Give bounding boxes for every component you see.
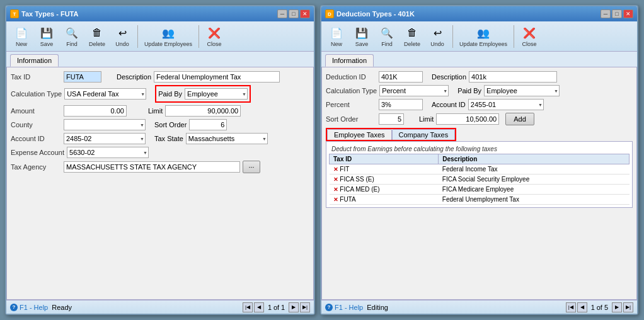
right-nav-controls: |◀ ◀ 1 of 5 ▶ ▶| — [566, 302, 633, 312]
checkbox-x[interactable]: ✕ — [333, 186, 338, 193]
percent-input[interactable] — [379, 99, 423, 110]
right-new-button[interactable]: 📄 New — [325, 24, 348, 49]
new-button[interactable]: 📄 New — [10, 24, 33, 49]
checkbox-x[interactable]: ✕ — [333, 197, 338, 203]
right-restore-button[interactable]: □ — [612, 9, 622, 18]
update-employees-button[interactable]: 👥 Update Employees — [142, 24, 195, 49]
amount-input[interactable] — [64, 105, 127, 117]
account-id-select[interactable]: 2485-02 — [64, 133, 146, 144]
employee-taxes-tab[interactable]: Employee Taxes — [327, 129, 392, 140]
minimize-button[interactable]: ─ — [277, 9, 287, 18]
right-limit-input[interactable] — [436, 113, 499, 125]
information-tab[interactable]: Information — [10, 54, 59, 67]
right-description-input[interactable] — [469, 71, 557, 83]
right-update-employees-button[interactable]: 👥 Update Employees — [457, 24, 510, 49]
tax-state-select[interactable]: Massachusetts — [186, 133, 268, 144]
tax-row-desc: Federal Income Tax — [439, 164, 630, 174]
delete-button[interactable]: 🗑 Delete — [86, 24, 108, 49]
county-select[interactable] — [64, 119, 146, 130]
right-last-page-button[interactable]: ▶| — [623, 302, 633, 312]
save-button[interactable]: 💾 Save — [35, 24, 58, 49]
checkbox-x[interactable]: ✕ — [333, 176, 338, 183]
save-icon: 💾 — [38, 25, 55, 40]
amount-limit-row: Amount Limit — [11, 105, 309, 117]
tax-agency-browse-button[interactable]: ··· — [243, 161, 260, 173]
find-button[interactable]: 🔍 Find — [60, 24, 83, 49]
amount-label: Amount — [11, 107, 61, 115]
left-content-area: Tax ID Description Calculation Type USA … — [6, 67, 314, 300]
first-page-button[interactable]: |◀ — [243, 302, 253, 312]
deduct-text: Deduct from Earnings before calculating … — [329, 144, 630, 154]
close-toolbar-button[interactable]: ❌ Close — [203, 24, 226, 49]
restore-button[interactable]: □ — [289, 9, 299, 18]
find-icon: 🔍 — [63, 25, 81, 40]
table-row[interactable]: ✕ FICA SS (E) FICA Social Security Emplo… — [330, 174, 630, 185]
delete-icon: 🗑 — [88, 25, 106, 40]
right-account-id-select[interactable]: 2455-01 — [468, 99, 544, 110]
right-minimize-button[interactable]: ─ — [601, 9, 611, 18]
toolbar-divider2 — [198, 25, 199, 48]
right-find-button[interactable]: 🔍 Find — [376, 24, 398, 49]
left-help-text[interactable]: F1 - Help — [20, 304, 48, 311]
toolbar-divider — [137, 25, 138, 48]
right-next-page-button[interactable]: ▶ — [612, 302, 622, 312]
right-calc-type-label: Calculation Type — [326, 87, 377, 94]
col-description: Description — [439, 154, 630, 164]
right-window-icon: D — [325, 9, 334, 18]
right-paid-by-select[interactable]: Employee — [484, 85, 560, 96]
sort-order-label: Sort Order — [154, 121, 187, 129]
left-window: T Tax Types - FUTA ─ □ ✕ 📄 New 💾 Save 🔍 … — [5, 5, 315, 315]
right-help-text[interactable]: F1 - Help — [335, 304, 363, 311]
expense-row: Expense Account 5630-02 — [11, 147, 309, 158]
limit-input[interactable] — [165, 105, 241, 117]
expense-account-wrapper: 5630-02 — [67, 147, 149, 158]
right-close-toolbar-icon: ❌ — [520, 25, 538, 40]
tax-id-input[interactable] — [64, 71, 101, 83]
description-label: Description — [117, 73, 151, 81]
right-prev-page-button[interactable]: ◀ — [577, 302, 587, 312]
right-close-button[interactable]: ✕ — [623, 9, 633, 18]
right-page-text: 1 of 5 — [589, 304, 611, 311]
tax-agency-row: Tax Agency ··· — [11, 161, 309, 173]
sort-order-input[interactable] — [189, 119, 227, 130]
paid-by-select[interactable]: Employee — [185, 88, 248, 100]
table-row[interactable]: ✕ FICA MED (E) FICA Medicare Employee — [330, 185, 630, 195]
inner-tab-content: Deduct from Earnings before calculating … — [326, 141, 633, 208]
tax-agency-input[interactable] — [64, 161, 240, 173]
sort-limit-row: Sort Order Limit Add — [326, 113, 633, 125]
account-taxstate-row: Account ID 2485-02 Tax State Massachuset… — [11, 133, 309, 144]
expense-account-select[interactable]: 5630-02 — [67, 147, 149, 158]
right-delete-button[interactable]: 🗑 Delete — [401, 24, 423, 49]
last-page-button[interactable]: ▶| — [300, 302, 310, 312]
table-row[interactable]: ✕ FUTA Federal Unemployment Tax — [330, 195, 630, 205]
calc-type-select[interactable]: USA Federal Tax — [64, 88, 146, 100]
undo-button[interactable]: ↩ Undo — [111, 24, 134, 49]
tax-id-row: Tax ID Description — [11, 71, 309, 83]
account-id-wrapper: 2485-02 — [64, 133, 146, 144]
new-icon: 📄 — [13, 25, 30, 40]
right-information-tab[interactable]: Information — [325, 54, 374, 67]
deduction-id-input[interactable] — [379, 71, 423, 83]
tax-row-desc: FICA Social Security Employee — [439, 174, 630, 185]
right-close-toolbar-button[interactable]: ❌ Close — [518, 24, 541, 49]
right-sort-order-input[interactable] — [379, 113, 404, 125]
right-calc-type-select[interactable]: Percent — [379, 85, 449, 96]
right-save-button[interactable]: 💾 Save — [350, 24, 373, 49]
deduction-id-label: Deduction ID — [326, 73, 376, 81]
table-row[interactable]: ✕ FIT Federal Income Tax — [330, 164, 630, 174]
right-first-page-button[interactable]: |◀ — [566, 302, 576, 312]
description-input[interactable] — [154, 71, 280, 83]
calc-type-select-wrapper: USA Federal Tax — [64, 88, 146, 100]
account-id-label: Account ID — [11, 135, 61, 142]
right-undo-button[interactable]: ↩ Undo — [426, 24, 449, 49]
close-button[interactable]: ✕ — [300, 9, 310, 18]
inner-tab-red-box: Employee Taxes Company Taxes — [326, 128, 456, 141]
prev-page-button[interactable]: ◀ — [254, 302, 264, 312]
right-delete-icon: 🗑 — [403, 25, 421, 40]
next-page-button[interactable]: ▶ — [289, 302, 299, 312]
tax-row-id: ✕ FICA MED (E) — [330, 185, 439, 195]
add-button[interactable]: Add — [505, 113, 534, 125]
checkbox-x[interactable]: ✕ — [333, 166, 338, 173]
company-taxes-tab[interactable]: Company Taxes — [392, 129, 456, 140]
calc-type-label: Calculation Type — [11, 90, 62, 98]
